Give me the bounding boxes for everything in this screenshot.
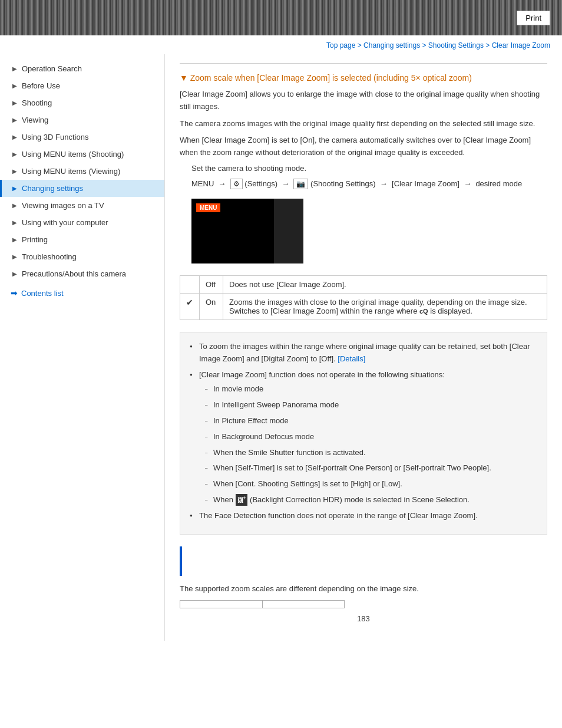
breadcrumb-sep3: > [484, 41, 492, 50]
content-para-2: The camera zooms images with the origina… [180, 118, 547, 130]
list-item: The Face Detection function does not ope… [190, 510, 537, 522]
sidebar-item-label: Viewing [22, 116, 48, 124]
sidebar-item-label: Shooting [22, 98, 52, 107]
sidebar-arrow-icon: ▶ [12, 185, 17, 192]
breadcrumb: Top page > Changing settings > Shooting … [0, 35, 562, 54]
menu-path: MENU → ⚙ (Settings) → 📷 (Shooting Settin… [191, 177, 547, 190]
settings-table: Off Does not use [Clear Image Zoom]. ✔ O… [180, 275, 547, 320]
table-cell [180, 600, 263, 608]
sidebar-arrow-icon: ▶ [12, 151, 17, 157]
list-item: In Intelligent Sweep Panorama mode [205, 399, 537, 411]
blue-bar-section [180, 546, 547, 576]
sidebar-item-menu-shooting[interactable]: ▶ Using MENU items (Shooting) [0, 146, 164, 163]
list-item: To zoom the images within the range wher… [190, 341, 537, 365]
breadcrumb-changing-settings[interactable]: Changing settings [363, 41, 420, 50]
sidebar-item-menu-viewing[interactable]: ▶ Using MENU items (Viewing) [0, 163, 164, 180]
sidebar-arrow-icon: ▶ [12, 134, 17, 140]
sidebar-item-label: Using 3D Functions [22, 133, 88, 141]
list-item: When 🖼+ (Backlight Correction HDR) mode … [205, 494, 537, 506]
table-cell-description: Zooms the images with close to the origi… [223, 294, 547, 320]
content-area: ▼ Zoom scale when [Clear Image Zoom] is … [165, 54, 562, 641]
notes-section: To zoom the images within the range wher… [180, 332, 547, 535]
sidebar-item-viewing[interactable]: ▶ Viewing [0, 111, 164, 129]
sidebar-arrow-icon: ▶ [12, 236, 17, 243]
sidebar-arrow-icon: ▶ [12, 168, 17, 174]
backlight-icon: 🖼+ [236, 494, 248, 506]
table-row: Off Does not use [Clear Image Zoom]. [180, 276, 547, 294]
sidebar-arrow-icon: ▶ [12, 219, 17, 226]
set-camera-text: Set the camera to shooting mode. [191, 164, 547, 173]
sidebar-item-label: Using MENU items (Viewing) [22, 167, 120, 176]
list-item: [Clear Image Zoom] function does not ope… [190, 369, 537, 507]
sidebar-item-changing-settings[interactable]: ▶ Changing settings [0, 180, 164, 197]
contents-list-label[interactable]: Contents list [21, 289, 64, 298]
sidebar: ▶ Operation Search ▶ Before Use ▶ Shooti… [0, 54, 165, 641]
sidebar-item-viewing-tv[interactable]: ▶ Viewing images on a TV [0, 197, 164, 214]
checkmark-icon: ✔ [186, 298, 193, 307]
sidebar-item-label: Troubleshooting [22, 252, 77, 261]
list-item: In movie mode [205, 383, 537, 396]
sidebar-item-using-computer[interactable]: ▶ Using with your computer [0, 214, 164, 231]
section-divider [180, 63, 547, 64]
contents-list-link[interactable]: ➡ Contents list [0, 282, 164, 304]
sidebar-arrow-icon: ▶ [12, 65, 17, 72]
sidebar-arrow-icon: ▶ [12, 100, 17, 106]
zoom-heading: ▼ Zoom scale when [Clear Image Zoom] is … [180, 73, 547, 83]
sidebar-item-label: Precautions/About this camera [22, 269, 126, 278]
sidebar-arrow-icon: ▶ [12, 117, 17, 123]
details-link[interactable]: [Details] [338, 354, 365, 363]
contents-link-arrow-icon: ➡ [11, 288, 18, 298]
cq-icon: cQ [419, 308, 428, 315]
sidebar-arrow-icon: ▶ [12, 83, 17, 89]
sidebar-item-troubleshooting[interactable]: ▶ Troubleshooting [0, 248, 164, 265]
list-item: In Background Defocus mode [205, 431, 537, 443]
sidebar-item-label: Changing settings [22, 184, 83, 193]
sidebar-item-label: Viewing images on a TV [22, 201, 104, 210]
breadcrumb-sep1: > [355, 41, 363, 50]
zoom-scales-text: The supported zoom scales are different … [180, 584, 547, 593]
list-item: When the Smile Shutter function is activ… [205, 447, 537, 459]
sidebar-item-precautions[interactable]: ▶ Precautions/About this camera [0, 265, 164, 282]
menu-screenshot-right-panel [274, 199, 303, 263]
table-cell-icon: ✔ [180, 294, 200, 320]
sidebar-arrow-icon: ▶ [12, 202, 17, 209]
sidebar-item-operation-search[interactable]: ▶ Operation Search [0, 60, 164, 77]
sidebar-item-3d-functions[interactable]: ▶ Using 3D Functions [0, 129, 164, 146]
sidebar-item-label: Before Use [22, 81, 60, 90]
notes-list: To zoom the images within the range wher… [190, 341, 537, 522]
list-item: When [Self-Timer] is set to [Self-portra… [205, 462, 537, 475]
menu-screenshot: MENU [191, 199, 303, 263]
sidebar-item-label: Operation Search [22, 64, 82, 73]
list-item: In Picture Effect mode [205, 415, 537, 427]
table-cell-icon [180, 276, 200, 294]
sidebar-item-before-use[interactable]: ▶ Before Use [0, 77, 164, 94]
sidebar-item-shooting[interactable]: ▶ Shooting [0, 94, 164, 111]
print-button[interactable]: Print [517, 11, 550, 25]
menu-label: MENU [196, 203, 220, 212]
sidebar-item-printing[interactable]: ▶ Printing [0, 231, 164, 248]
list-item: When [Cont. Shooting Settings] is set to… [205, 478, 537, 490]
table-cell [262, 600, 345, 608]
sidebar-arrow-icon: ▶ [12, 271, 17, 277]
table-cell-setting: On [200, 294, 223, 320]
breadcrumb-sep2: > [420, 41, 428, 50]
content-para-1: [Clear Image Zoom] allows you to enlarge… [180, 88, 547, 113]
table-row: ✔ On Zooms the images with close to the … [180, 294, 547, 320]
content-para-3: When [Clear Image Zoom] is set to [On], … [180, 134, 547, 159]
table-row [180, 600, 345, 608]
sub-list: In movie mode In Intelligent Sweep Panor… [199, 383, 537, 506]
table-cell-setting: Off [200, 276, 223, 294]
breadcrumb-shooting-settings[interactable]: Shooting Settings [428, 41, 484, 50]
sidebar-item-label: Using with your computer [22, 218, 108, 227]
zoom-table [180, 600, 345, 608]
breadcrumb-clear-image-zoom[interactable]: Clear Image Zoom [492, 41, 550, 50]
sidebar-item-label: Using MENU items (Shooting) [22, 150, 124, 159]
table-cell-description: Does not use [Clear Image Zoom]. [223, 276, 547, 294]
sidebar-arrow-icon: ▶ [12, 253, 17, 260]
header-bar: Print [0, 0, 562, 35]
main-layout: ▶ Operation Search ▶ Before Use ▶ Shooti… [0, 54, 562, 641]
breadcrumb-top-page[interactable]: Top page [326, 41, 355, 50]
sidebar-item-label: Printing [22, 235, 48, 244]
page-number: 183 [180, 614, 547, 623]
